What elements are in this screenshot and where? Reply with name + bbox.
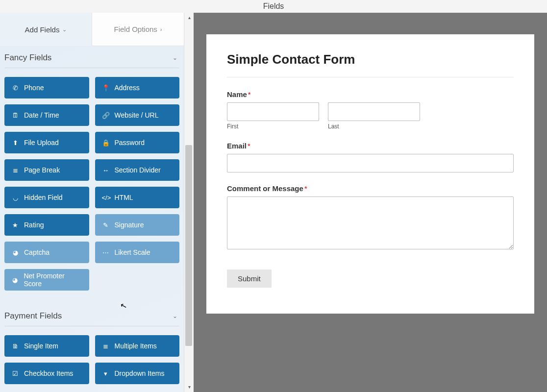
sidebar-tabs: Add Fields ⌄ Field Options › — [0, 13, 184, 46]
name-first-col: First — [227, 102, 319, 130]
field-button-label: Captcha — [24, 248, 50, 256]
field-button-label: Address — [115, 84, 140, 92]
comment-textarea[interactable] — [227, 196, 514, 249]
section-header-payment[interactable]: Payment Fields ⌄ — [4, 304, 179, 326]
scroll-track[interactable] — [184, 23, 194, 382]
field-button-label: Net Promoter Score — [24, 272, 82, 288]
field-button-rating[interactable]: ★Rating — [4, 214, 89, 236]
field-button-dropdown-items[interactable]: ▾Dropdown Items — [95, 363, 180, 384]
star-icon: ★ — [11, 221, 19, 229]
first-name-input[interactable] — [227, 102, 319, 121]
phone-icon: ✆ — [11, 84, 19, 92]
field-button-single-item[interactable]: 🗎Single Item — [4, 335, 89, 357]
section-header-fancy[interactable]: Fancy Fields ⌄ — [4, 46, 179, 68]
field-button-password[interactable]: 🔒Password — [95, 132, 180, 153]
pagebreak-icon: ≣ — [11, 167, 19, 174]
field-button-label: Likert Scale — [115, 248, 150, 256]
required-mark: * — [304, 184, 307, 193]
field-button-label: Checkbox Items — [24, 369, 73, 377]
field-button-website-url[interactable]: 🔗Website / URL — [95, 104, 180, 126]
field-button-label: Single Item — [24, 342, 58, 350]
check-icon: ☑ — [11, 370, 19, 377]
field-button-label: File Upload — [24, 139, 59, 147]
pencil-icon: ✎ — [102, 221, 110, 229]
field-button-label: Hidden Field — [24, 194, 63, 201]
sidebar-scrollbar[interactable]: ▴ ▾ — [184, 13, 194, 392]
label-text: Email — [227, 142, 247, 150]
email-label: Email* — [227, 142, 514, 150]
gauge-icon: ◕ — [11, 249, 19, 256]
divider-icon: ↔ — [102, 167, 110, 174]
label-text: Comment or Message — [227, 184, 303, 193]
form-card[interactable]: Simple Contact Form Name* First Last — [206, 34, 534, 314]
field-email[interactable]: Email* — [227, 142, 514, 172]
field-button-label: Multiple Items — [115, 342, 157, 350]
sidebar-container: Add Fields ⌄ Field Options › Fancy Field… — [0, 13, 194, 392]
field-button-file-upload[interactable]: ⬆File Upload — [4, 132, 89, 153]
last-name-input[interactable] — [328, 102, 420, 121]
scroll-down-arrow-icon[interactable]: ▾ — [184, 382, 194, 392]
page-header: Fields — [0, 0, 547, 13]
required-mark: * — [248, 142, 250, 150]
dots-icon: ⋯ — [102, 249, 110, 256]
field-button-html[interactable]: </>HTML — [95, 187, 180, 208]
dropdown-icon: ▾ — [102, 370, 110, 377]
name-row: First Last — [227, 102, 514, 130]
field-button-label: Page Break — [24, 166, 60, 174]
email-input[interactable] — [227, 154, 514, 172]
field-button-label: Signature — [115, 221, 144, 229]
chevron-right-icon: › — [160, 26, 162, 32]
field-comment[interactable]: Comment or Message* — [227, 184, 514, 251]
name-last-col: Last — [328, 102, 420, 130]
comment-label: Comment or Message* — [227, 184, 514, 193]
form-preview-area: Simple Contact Form Name* First Last — [194, 13, 547, 392]
last-sublabel: Last — [328, 123, 420, 130]
field-button-signature[interactable]: ✎Signature — [95, 214, 180, 236]
field-button-checkbox-items[interactable]: ☑Checkbox Items — [4, 363, 89, 384]
code-icon: </> — [102, 194, 110, 201]
eye-off-icon: ◡ — [11, 194, 19, 201]
field-button-label: Website / URL — [115, 111, 159, 119]
payment-fields-grid: 🗎Single Item≣Multiple Items☑Checkbox Ite… — [4, 335, 179, 384]
field-name[interactable]: Name* First Last — [227, 90, 514, 130]
link-icon: 🔗 — [102, 112, 110, 119]
file-icon: 🗎 — [11, 343, 19, 350]
tab-field-options[interactable]: Field Options › — [92, 13, 184, 46]
section-payment-fields: Payment Fields ⌄ 🗎Single Item≣Multiple I… — [0, 304, 184, 384]
field-button-captcha[interactable]: ◕Captcha — [4, 242, 89, 263]
required-mark: * — [248, 90, 251, 98]
chevron-down-icon: ⌄ — [173, 54, 177, 61]
scroll-up-arrow-icon[interactable]: ▴ — [184, 13, 194, 23]
form-title: Simple Contact Form — [227, 52, 514, 77]
field-button-label: Date / Time — [24, 111, 59, 119]
page-title: Fields — [263, 2, 284, 10]
submit-button[interactable]: Submit — [227, 270, 272, 288]
sidebar: Add Fields ⌄ Field Options › Fancy Field… — [0, 13, 184, 392]
field-button-phone[interactable]: ✆Phone — [4, 77, 89, 98]
field-button-hidden-field[interactable]: ◡Hidden Field — [4, 187, 89, 208]
tab-label: Add Fields — [25, 25, 60, 34]
tab-add-fields[interactable]: Add Fields ⌄ — [0, 13, 92, 46]
section-title: Payment Fields — [4, 311, 62, 321]
field-button-likert-scale[interactable]: ⋯Likert Scale — [95, 242, 180, 263]
main-layout: Add Fields ⌄ Field Options › Fancy Field… — [0, 13, 547, 392]
field-button-label: Phone — [24, 84, 44, 92]
field-button-page-break[interactable]: ≣Page Break — [4, 159, 89, 181]
field-button-label: Dropdown Items — [115, 369, 165, 377]
field-button-label: Password — [115, 139, 145, 147]
field-button-multiple-items[interactable]: ≣Multiple Items — [95, 335, 180, 357]
field-button-address[interactable]: 📍Address — [95, 77, 180, 98]
tab-label: Field Options — [114, 25, 157, 33]
label-text: Name — [227, 90, 247, 98]
scroll-thumb[interactable] — [185, 145, 192, 346]
field-button-date-time[interactable]: 🗓Date / Time — [4, 104, 89, 126]
upload-icon: ⬆ — [11, 139, 19, 147]
field-button-net-promoter-score[interactable]: ◕Net Promoter Score — [4, 269, 89, 291]
section-fancy-fields: Fancy Fields ⌄ ✆Phone📍Address🗓Date / Tim… — [0, 46, 184, 291]
field-button-label: Rating — [24, 221, 44, 229]
list-icon: ≣ — [102, 343, 110, 350]
field-button-section-divider[interactable]: ↔Section Divider — [95, 159, 180, 181]
fancy-fields-grid: ✆Phone📍Address🗓Date / Time🔗Website / URL… — [4, 77, 179, 291]
name-label: Name* — [227, 90, 514, 98]
chevron-down-icon: ⌄ — [62, 26, 67, 33]
